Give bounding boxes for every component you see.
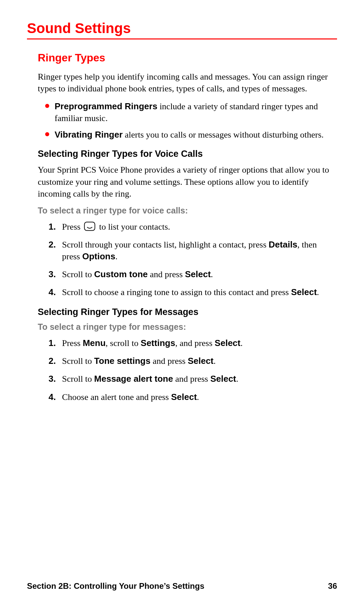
voice-calls-steps: 1. Press to list your contacts. 2. Scrol… [38, 221, 334, 298]
page-footer: Section 2B: Controlling Your Phone’s Set… [27, 581, 337, 591]
bullet-rest: alerts you to calls or messages without … [123, 130, 324, 140]
step-number: 3. [49, 268, 56, 280]
bullet-vibrating: Vibrating Ringer alerts you to calls or … [45, 129, 334, 141]
step-text: Scroll to [62, 269, 94, 279]
step-text: . [214, 356, 216, 366]
step-text: Scroll to [62, 356, 94, 366]
step-text: Press [62, 222, 83, 232]
step-text: . [197, 392, 199, 402]
ui-label-settings: Settings [141, 338, 175, 348]
ui-label-select: Select [215, 338, 241, 348]
voice-calls-heading: Selecting Ringer Types for Voice Calls [38, 149, 334, 159]
step-2: 2. Scroll through your contacts list, hi… [49, 239, 334, 262]
step-text: , and press [175, 338, 215, 348]
step-text: . [211, 269, 213, 279]
step-text: and press [150, 356, 187, 366]
bullet-term: Preprogrammed Ringers [55, 101, 157, 111]
step-number: 4. [49, 391, 56, 403]
step-text: Scroll through your contacts list, highl… [62, 240, 269, 250]
step-3: 3. Scroll to Message alert tone and pres… [49, 373, 334, 385]
ui-label-options: Options [82, 251, 115, 261]
ui-label-custom-tone: Custom tone [94, 269, 148, 279]
contacts-button-icon [84, 222, 95, 231]
step-number: 2. [49, 239, 56, 251]
footer-section: Section 2B: Controlling Your Phone’s Set… [27, 581, 204, 591]
step-text: . [240, 338, 243, 348]
ringer-types-intro: Ringer types help you identify incoming … [38, 71, 334, 94]
messages-steps: 1. Press Menu, scroll to Settings, and p… [38, 337, 334, 403]
messages-leadin: To select a ringer type for messages: [38, 322, 334, 332]
step-number: 1. [49, 337, 56, 349]
step-text: Press [62, 338, 83, 348]
ui-label-details: Details [269, 239, 297, 250]
voice-calls-intro: Your Sprint PCS Voice Phone provides a v… [38, 164, 334, 199]
ui-label-tone-settings: Tone settings [94, 356, 150, 366]
step-4: 4. Choose an alert tone and press Select… [49, 391, 334, 403]
step-number: 3. [49, 373, 56, 385]
ui-label-message-alert-tone: Message alert tone [94, 374, 173, 384]
voice-calls-leadin: To select a ringer type for voice calls: [38, 206, 334, 215]
step-number: 2. [49, 355, 56, 367]
step-text: and press [173, 374, 210, 384]
step-text: , scroll to [105, 338, 141, 348]
svg-rect-0 [85, 222, 95, 230]
page-content: Ringer Types Ringer types help you ident… [27, 52, 337, 403]
messages-heading: Selecting Ringer Types for Messages [38, 307, 334, 317]
ui-label-select: Select [188, 356, 214, 366]
step-text: Scroll to choose a ringing tone to assig… [62, 287, 291, 297]
step-3: 3. Scroll to Custom tone and press Selec… [49, 268, 334, 280]
step-number: 4. [49, 286, 56, 298]
step-text: . [115, 252, 118, 261]
step-2: 2. Scroll to Tone settings and press Sel… [49, 355, 334, 367]
step-text: . [317, 287, 319, 297]
step-4: 4. Scroll to choose a ringing tone to as… [49, 286, 334, 298]
ui-label-select: Select [185, 269, 211, 279]
step-1: 1. Press to list your contacts. [49, 221, 334, 233]
ui-label-select: Select [171, 392, 197, 402]
ui-label-select: Select [291, 287, 317, 297]
step-text: Scroll to [62, 374, 94, 384]
ringer-types-heading: Ringer Types [38, 52, 334, 64]
step-text: . [236, 374, 239, 384]
step-text: to list your contacts. [97, 222, 170, 232]
footer-page-number: 36 [328, 581, 337, 591]
bullet-preprogrammed: Preprogrammed Ringers include a variety … [45, 100, 334, 124]
page-title: Sound Settings [27, 20, 337, 39]
step-text: and press [148, 269, 185, 279]
ui-label-menu: Menu [83, 338, 105, 348]
step-1: 1. Press Menu, scroll to Settings, and p… [49, 337, 334, 349]
step-text: Choose an alert tone and press [62, 392, 171, 402]
step-number: 1. [49, 221, 56, 233]
ui-label-select: Select [210, 374, 236, 384]
ringer-types-bullets: Preprogrammed Ringers include a variety … [38, 100, 334, 141]
bullet-term: Vibrating Ringer [55, 129, 123, 140]
